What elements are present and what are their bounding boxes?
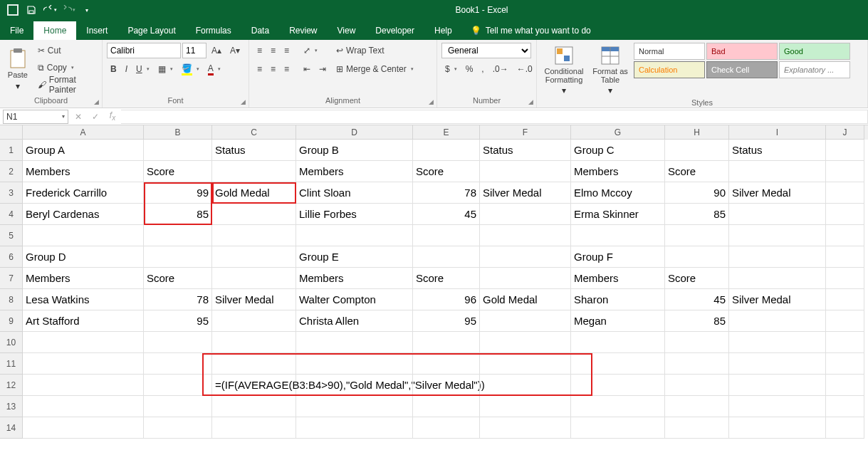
style-normal[interactable]: Normal xyxy=(634,43,705,60)
cell-D9[interactable]: Christa Allen xyxy=(296,310,413,332)
cell-C14[interactable] xyxy=(212,417,296,439)
cell-F1[interactable]: Status xyxy=(480,140,571,161)
accounting-button[interactable]: $▾ xyxy=(441,61,461,77)
cell-F13[interactable] xyxy=(480,396,571,417)
style-good[interactable]: Good xyxy=(779,43,850,60)
orientation-button[interactable]: ⤢▾ xyxy=(300,43,321,58)
font-size-input[interactable] xyxy=(182,43,206,58)
cell-I13[interactable] xyxy=(729,396,826,417)
tab-data[interactable]: Data xyxy=(241,21,279,40)
cell-C13[interactable] xyxy=(212,396,296,417)
cell-F4[interactable] xyxy=(480,204,571,225)
cell-D6[interactable]: Group E xyxy=(296,246,413,268)
cell-D4[interactable]: Lillie Forbes xyxy=(296,204,413,225)
cell-F3[interactable]: Silver Medal xyxy=(480,182,571,204)
cell-E3[interactable]: 78 xyxy=(413,182,480,204)
cell-E10[interactable] xyxy=(413,332,480,353)
cell-J5[interactable] xyxy=(826,225,864,246)
cell-G1[interactable]: Group C xyxy=(571,140,665,161)
cell-E6[interactable] xyxy=(413,246,480,268)
underline-button[interactable]: U▾ xyxy=(132,61,153,77)
cell-D12[interactable] xyxy=(296,375,413,396)
cell-J11[interactable] xyxy=(826,353,864,375)
cell-C7[interactable] xyxy=(212,268,296,289)
percent-button[interactable]: % xyxy=(462,61,477,77)
cell-C6[interactable] xyxy=(212,246,296,268)
redo-icon[interactable]: ▾ xyxy=(60,2,77,18)
cell-F2[interactable] xyxy=(480,161,571,182)
cell-E14[interactable] xyxy=(413,417,480,439)
cell-H6[interactable] xyxy=(665,246,729,268)
name-box[interactable]: N1▾ xyxy=(3,110,68,124)
cell-J9[interactable] xyxy=(826,310,864,332)
clipboard-dialog-launcher[interactable]: ◢ xyxy=(92,98,100,106)
increase-font-button[interactable]: A▴ xyxy=(208,43,225,58)
cell-B11[interactable] xyxy=(144,353,212,375)
cell-A7[interactable]: Members xyxy=(23,268,144,289)
cell-A1[interactable]: Group A xyxy=(23,140,144,161)
col-header-J[interactable]: J xyxy=(826,125,864,140)
cell-J14[interactable] xyxy=(826,417,864,439)
cell-G8[interactable]: Sharon xyxy=(571,289,665,310)
merge-center-button[interactable]: ⊞Merge & Center▾ xyxy=(333,61,418,77)
style-calculation[interactable]: Calculation xyxy=(634,61,705,78)
cell-D13[interactable] xyxy=(296,396,413,417)
cell-B13[interactable] xyxy=(144,396,212,417)
cell-E12[interactable] xyxy=(413,375,480,396)
cell-B14[interactable] xyxy=(144,417,212,439)
cell-H9[interactable]: 85 xyxy=(665,310,729,332)
row-header-3[interactable]: 3 xyxy=(0,182,23,204)
select-all-corner[interactable] xyxy=(0,125,23,140)
tab-review[interactable]: Review xyxy=(279,21,327,40)
cell-F5[interactable] xyxy=(480,225,571,246)
align-left-button[interactable]: ≡ xyxy=(253,61,266,77)
col-header-I[interactable]: I xyxy=(729,125,826,140)
save-icon[interactable] xyxy=(23,2,40,18)
cell-B4[interactable]: 85 xyxy=(144,204,212,225)
cell-D2[interactable]: Members xyxy=(296,161,413,182)
fill-color-button[interactable]: 🪣▾ xyxy=(178,61,203,77)
cell-C10[interactable] xyxy=(212,332,296,353)
cell-A10[interactable] xyxy=(23,332,144,353)
row-header-1[interactable]: 1 xyxy=(0,140,23,161)
col-header-G[interactable]: G xyxy=(571,125,665,140)
cell-C1[interactable]: Status xyxy=(212,140,296,161)
cell-G14[interactable] xyxy=(571,417,665,439)
cell-G2[interactable]: Members xyxy=(571,161,665,182)
cell-H8[interactable]: 45 xyxy=(665,289,729,310)
cell-C4[interactable] xyxy=(212,204,296,225)
cell-A12[interactable] xyxy=(23,375,144,396)
cell-H10[interactable] xyxy=(665,332,729,353)
cell-J6[interactable] xyxy=(826,246,864,268)
cell-F6[interactable] xyxy=(480,246,571,268)
cell-J4[interactable] xyxy=(826,204,864,225)
cell-H11[interactable] xyxy=(665,353,729,375)
borders-button[interactable]: ▦▾ xyxy=(155,61,177,77)
cell-D1[interactable]: Group B xyxy=(296,140,413,161)
cell-D11[interactable] xyxy=(296,353,413,375)
cell-E13[interactable] xyxy=(413,396,480,417)
cancel-formula-button[interactable]: ✕ xyxy=(70,110,87,124)
cell-F14[interactable] xyxy=(480,417,571,439)
bold-button[interactable]: B xyxy=(107,61,120,77)
comma-button[interactable]: , xyxy=(478,61,487,77)
cell-B6[interactable] xyxy=(144,246,212,268)
cell-A8[interactable]: Lesa Watkins xyxy=(23,289,144,310)
paste-button[interactable]: Paste ▾ xyxy=(4,43,31,96)
cell-H3[interactable]: 90 xyxy=(665,182,729,204)
cell-I4[interactable] xyxy=(729,204,826,225)
tab-view[interactable]: View xyxy=(328,21,366,40)
cell-E5[interactable] xyxy=(413,225,480,246)
row-header-9[interactable]: 9 xyxy=(0,310,23,332)
cell-I8[interactable]: Silver Medal xyxy=(729,289,826,310)
cell-G12[interactable] xyxy=(571,375,665,396)
cell-A2[interactable]: Members xyxy=(23,161,144,182)
cell-H12[interactable] xyxy=(665,375,729,396)
cell-H4[interactable]: 85 xyxy=(665,204,729,225)
col-header-A[interactable]: A xyxy=(23,125,144,140)
tell-me[interactable]: 💡 Tell me what you want to do xyxy=(462,21,600,40)
cell-H1[interactable] xyxy=(665,140,729,161)
row-header-12[interactable]: 12 xyxy=(0,375,23,396)
col-header-D[interactable]: D xyxy=(296,125,413,140)
cell-F9[interactable] xyxy=(480,310,571,332)
